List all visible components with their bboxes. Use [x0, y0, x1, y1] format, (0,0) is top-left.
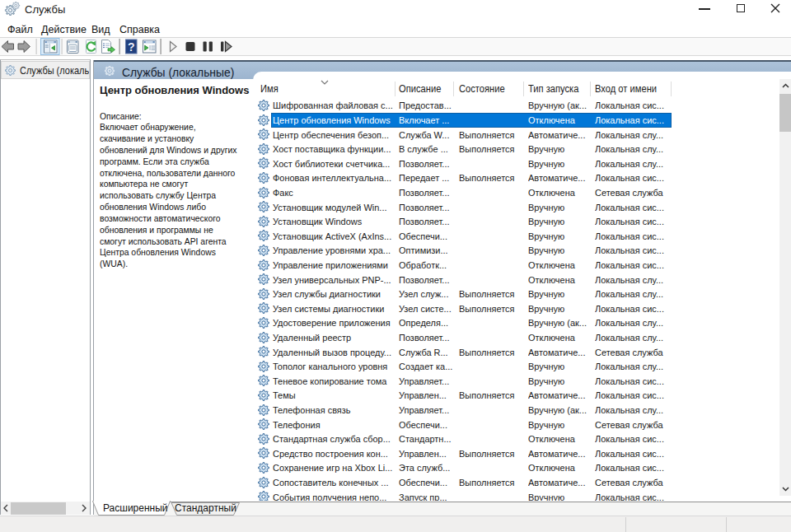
svg-text:Расширенный: Расширенный [103, 502, 168, 514]
svg-text:Стандартный: Стандартный [175, 502, 236, 514]
